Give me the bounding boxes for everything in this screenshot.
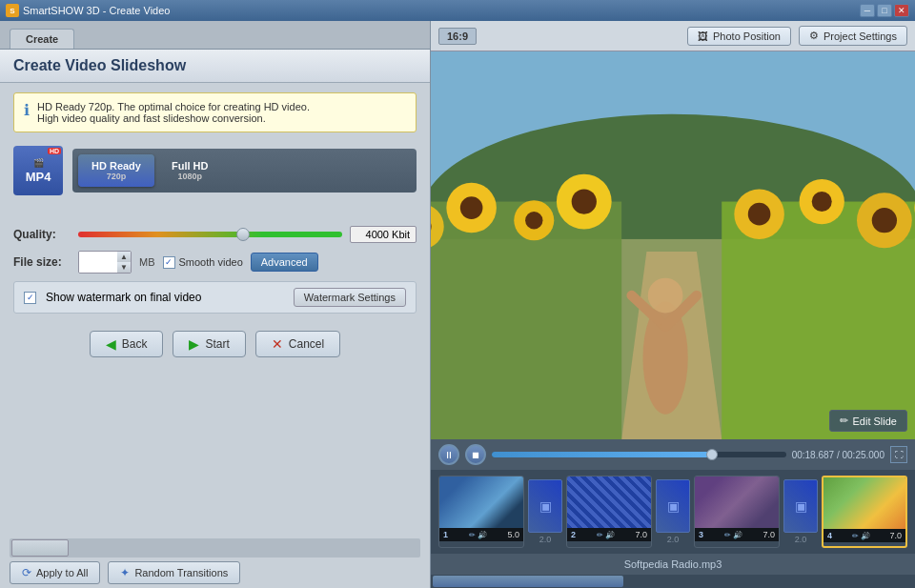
info-box: ℹ HD Ready 720p. The optimal choice for … <box>13 92 417 132</box>
nav-tabs: Create <box>0 21 430 50</box>
hd-badge: HD <box>48 148 61 154</box>
format-row: HD 🎬 MP4 HD Ready 720p Full HD 1080p <box>13 140 417 201</box>
info-text: HD Ready 720p. The optimal choice for cr… <box>37 101 310 124</box>
transition-block-1[interactable]: ▣ <box>528 479 562 533</box>
quality-label: Quality: <box>13 228 71 241</box>
window-title: SmartSHOW 3D - Create Video <box>23 5 860 16</box>
transition-block-3[interactable]: ▣ <box>783 479 818 533</box>
pause-button[interactable]: ⏸ <box>438 444 459 465</box>
progress-thumb[interactable] <box>706 449 718 460</box>
preview-image: ✏ Edit Slide <box>431 51 915 439</box>
format-full-hd[interactable]: Full HD 1080p <box>158 154 222 187</box>
back-button[interactable]: ◀ Back <box>90 331 164 357</box>
edit-icon: ✏ <box>840 415 848 427</box>
watermark-settings-button[interactable]: Watermark Settings <box>294 288 406 307</box>
mb-label: MB <box>139 256 155 268</box>
pencil-icon-4: ✏ <box>852 532 859 540</box>
timeline-slide-3[interactable]: 3 ✏ 🔊 7.0 <box>694 476 780 548</box>
scrollbar-area[interactable] <box>10 538 420 558</box>
start-icon: ▶ <box>189 336 199 352</box>
photo-position-button[interactable]: 🖼 Photo Position <box>687 27 791 46</box>
stop-button[interactable]: ⏹ <box>465 444 486 465</box>
h-scrollbar-thumb[interactable] <box>433 576 623 587</box>
cancel-button[interactable]: ✕ Cancel <box>255 331 340 357</box>
slider-thumb[interactable] <box>236 228 250 241</box>
fullscreen-button[interactable]: ⛶ <box>890 446 907 463</box>
svg-point-15 <box>460 196 483 219</box>
svg-point-16 <box>525 212 542 229</box>
timeline-slide-2[interactable]: 2 ✏ 🔊 7.0 <box>566 476 652 548</box>
slide-3-info: 3 ✏ 🔊 7.0 <box>695 528 779 541</box>
maximize-btn[interactable]: □ <box>877 4 892 17</box>
slide-2-info: 2 ✏ 🔊 7.0 <box>567 528 651 541</box>
scrollbar-thumb[interactable] <box>11 539 69 557</box>
info-line1: HD Ready 720p. The optimal choice for cr… <box>37 101 310 112</box>
filesize-spinner: 48 ▲ ▼ <box>78 251 132 274</box>
music-label: Softpedia Radio.mp3 <box>624 558 722 570</box>
watermark-checkbox[interactable]: ✓ <box>24 292 36 304</box>
slide-2-icons: ✏ 🔊 <box>597 531 615 539</box>
action-buttons: ◀ Back ▶ Start ✕ Cancel <box>13 331 417 357</box>
apply-to-all-button[interactable]: ⟳ Apply to All <box>10 561 100 584</box>
close-btn[interactable]: ✕ <box>894 4 909 17</box>
project-settings-button[interactable]: ⚙ Project Settings <box>799 26 907 46</box>
smooth-video-label: Smooth video <box>179 256 243 268</box>
aspect-ratio-badge: 16:9 <box>438 28 477 45</box>
filesize-input[interactable]: 48 <box>79 252 117 273</box>
bottom-toolbar: ⟳ Apply to All ✦ Random Transitions <box>0 558 430 588</box>
tab-create[interactable]: Create <box>10 29 74 49</box>
start-button[interactable]: ▶ Start <box>173 331 245 357</box>
smooth-video-checkbox[interactable]: ✓ Smooth video <box>163 256 243 269</box>
slide-1-thumb <box>439 476 523 528</box>
slide-3-num: 3 <box>699 530 703 539</box>
transition-3: ▣ 2.0 <box>783 479 818 544</box>
slide-3-thumb <box>695 476 779 528</box>
time-display: 00:18.687 / 00:25.000 <box>792 450 884 460</box>
filesize-label: File size: <box>13 255 71 269</box>
random-icon: ✦ <box>120 566 130 579</box>
slide-4-thumb <box>824 477 905 529</box>
slide-4-num: 4 <box>827 531 832 540</box>
pencil-icon-2: ✏ <box>597 531 603 539</box>
transition-block-2[interactable]: ▣ <box>656 479 690 533</box>
format-buttons: HD Ready 720p Full HD 1080p <box>72 149 417 193</box>
h-scrollbar[interactable] <box>431 575 915 588</box>
transition-2: ▣ 2.0 <box>656 479 690 544</box>
window-controls: ─ □ ✕ <box>860 4 909 17</box>
format-icon-film: 🎬 <box>33 158 44 168</box>
progress-bar[interactable] <box>492 452 786 457</box>
apply-icon: ⟳ <box>22 566 31 579</box>
cancel-icon: ✕ <box>272 336 283 352</box>
settings-icon: ⚙ <box>809 30 819 42</box>
audio-icon-4: 🔊 <box>861 532 870 540</box>
slide-1-num: 1 <box>443 530 448 539</box>
watermark-label: Show watermark on final video <box>46 291 201 304</box>
edit-slide-button[interactable]: ✏ Edit Slide <box>829 410 907 432</box>
left-panel: Create Create Video Slideshow ℹ HD Ready… <box>0 21 431 588</box>
format-hd-ready[interactable]: HD Ready 720p <box>78 154 154 187</box>
timeline-slide-4[interactable]: 4 ✏ 🔊 7.0 <box>822 476 907 548</box>
slide-1-icons: ✏ 🔊 <box>469 531 487 539</box>
playback-bar: ⏸ ⏹ 00:18.687 / 00:25.000 ⛶ <box>431 439 915 470</box>
app-icon: S <box>6 4 19 17</box>
watermark-row: ✓ Show watermark on final video Watermar… <box>13 281 417 314</box>
triangle-icon <box>265 207 280 214</box>
timeline-slide-1[interactable]: 1 ✏ 🔊 5.0 <box>438 476 524 548</box>
advanced-button[interactable]: Advanced <box>251 253 318 272</box>
timeline: 1 ✏ 🔊 5.0 ▣ 2.0 2 ✏ <box>431 470 915 554</box>
slide-4-icons: ✏ 🔊 <box>852 532 870 540</box>
spinner-down[interactable]: ▼ <box>117 262 131 273</box>
preview-toolbar: 16:9 🖼 Photo Position ⚙ Project Settings <box>431 21 915 51</box>
info-line2: High video quality and fast slideshow co… <box>37 112 310 124</box>
svg-point-17 <box>572 189 597 213</box>
format-indicator <box>13 209 417 216</box>
back-icon: ◀ <box>106 336 116 352</box>
smooth-video-check[interactable]: ✓ <box>163 256 175 269</box>
slide-3-icons: ✏ 🔊 <box>724 531 742 539</box>
minimize-btn[interactable]: ─ <box>860 4 875 17</box>
progress-fill <box>492 452 709 457</box>
random-transitions-button[interactable]: ✦ Random Transitions <box>108 561 240 584</box>
spinner-up[interactable]: ▲ <box>117 252 131 262</box>
svg-point-19 <box>812 192 832 212</box>
quality-slider[interactable] <box>78 227 342 242</box>
